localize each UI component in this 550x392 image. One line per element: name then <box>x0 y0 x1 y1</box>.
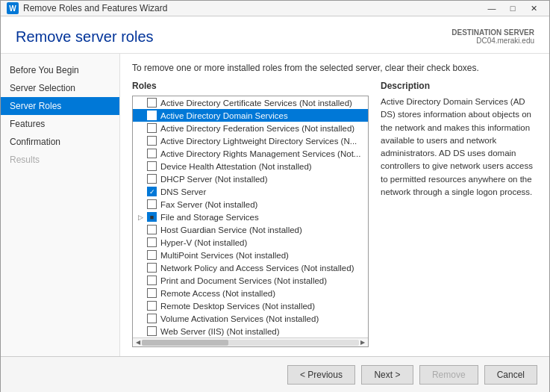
checkbox-print-doc[interactable] <box>147 276 157 285</box>
expand-icon-ad-cert <box>136 99 145 108</box>
role-item-device-health[interactable]: Device Health Attestation (Not installed… <box>133 160 368 172</box>
role-item-ad-lds[interactable]: Active Directory Lightweight Directory S… <box>133 134 368 147</box>
role-item-ad-ds[interactable]: Active Directory Domain Services <box>133 109 368 122</box>
role-item-host-guardian[interactable]: Host Guardian Service (Not installed) <box>133 223 368 236</box>
roles-list[interactable]: Active Directory Certificate Services (N… <box>133 96 368 337</box>
h-scroll-thumb <box>142 340 228 346</box>
role-item-volume-activation[interactable]: Volume Activation Services (Not installe… <box>133 312 368 325</box>
header-section: Remove server roles DESTINATION SERVER D… <box>1 16 549 54</box>
role-label-ad-lds: Active Directory Lightweight Directory S… <box>160 137 357 146</box>
role-label-host-guardian: Host Guardian Service (Not installed) <box>160 225 302 234</box>
instruction-text: To remove one or more installed roles fr… <box>132 63 537 73</box>
expand-icon-multipoint <box>136 251 145 260</box>
checkbox-volume-activation[interactable] <box>147 314 157 323</box>
window-icon: W <box>7 2 19 14</box>
sidebar-item-before-you-begin[interactable]: Before You Begin <box>1 61 119 79</box>
window-title: Remove Roles and Features Wizard <box>23 3 482 13</box>
role-item-fax[interactable]: Fax Server (Not installed) <box>133 198 368 211</box>
role-item-ad-fed[interactable]: Active Directory Federation Services (No… <box>133 122 368 134</box>
role-label-hyper-v: Hyper-V (Not installed) <box>160 238 247 247</box>
checkbox-network-policy[interactable] <box>147 263 157 273</box>
role-label-ad-cert: Active Directory Certificate Services (N… <box>160 99 352 108</box>
sidebar-item-confirmation[interactable]: Confirmation <box>1 133 119 151</box>
expand-icon-remote-desktop <box>136 302 145 311</box>
roles-list-container: Active Directory Certificate Services (N… <box>132 96 369 347</box>
maximize-button[interactable]: □ <box>503 1 522 16</box>
sidebar-item-results: Results <box>1 151 119 169</box>
expand-icon-file-storage: ▷ <box>136 213 145 222</box>
role-item-print-doc[interactable]: Print and Document Services (Not install… <box>133 274 368 287</box>
role-label-ad-ds: Active Directory Domain Services <box>160 111 288 120</box>
checkbox-file-storage[interactable]: ■ <box>147 212 157 222</box>
sidebar-item-server-roles[interactable]: Server Roles <box>1 97 119 115</box>
server-label: DESTINATION SERVER <box>451 28 534 37</box>
checkbox-device-health[interactable] <box>147 161 157 171</box>
main-body: Before You BeginServer SelectionServer R… <box>1 54 549 356</box>
checkbox-ad-lds[interactable] <box>147 136 157 146</box>
server-name: DC04.meraki.edu <box>451 37 534 45</box>
description-column-header: Description <box>381 81 537 91</box>
minimize-button[interactable]: — <box>482 1 501 16</box>
checkbox-host-guardian[interactable] <box>147 225 157 234</box>
expand-icon-volume-activation <box>136 314 145 323</box>
role-item-dhcp[interactable]: DHCP Server (Not installed) <box>133 172 368 185</box>
checkbox-ad-fed[interactable] <box>147 123 157 133</box>
checkbox-dns[interactable]: ✓ <box>147 187 157 196</box>
role-label-network-policy: Network Policy and Access Services (Not … <box>160 264 354 273</box>
role-item-file-storage[interactable]: ▷■File and Storage Services <box>133 211 368 223</box>
expand-icon-ad-fed <box>136 124 145 133</box>
role-label-remote-access: Remote Access (Not installed) <box>160 289 275 298</box>
expand-icon-hyper-v <box>136 238 145 247</box>
checkbox-web-server[interactable] <box>147 326 157 336</box>
content-area: Remove server roles DESTINATION SERVER D… <box>1 16 549 392</box>
sidebar-item-features[interactable]: Features <box>1 115 119 133</box>
role-label-fax: Fax Server (Not installed) <box>160 200 257 209</box>
role-item-web-server[interactable]: Web Server (IIS) (Not installed) <box>133 325 368 337</box>
remove-button[interactable]: Remove <box>419 365 478 385</box>
scroll-right-icon[interactable]: ▶ <box>359 339 366 346</box>
role-item-remote-access[interactable]: Remote Access (Not installed) <box>133 287 368 299</box>
expand-icon-print-doc <box>136 276 145 285</box>
checkbox-hyper-v[interactable] <box>147 237 157 247</box>
expand-icon-ad-lds <box>136 137 145 146</box>
role-item-dns[interactable]: ✓DNS Server <box>133 185 368 198</box>
role-item-hyper-v[interactable]: Hyper-V (Not installed) <box>133 236 368 249</box>
checkbox-remote-desktop[interactable] <box>147 301 157 311</box>
expand-icon-dhcp <box>136 175 145 184</box>
expand-icon-remote-access <box>136 289 145 298</box>
expand-icon-dns <box>136 187 145 196</box>
checkbox-fax[interactable] <box>147 199 157 209</box>
role-label-remote-desktop: Remote Desktop Services (Not installed) <box>160 302 315 311</box>
role-label-multipoint: MultiPoint Services (Not installed) <box>160 251 289 260</box>
role-label-volume-activation: Volume Activation Services (Not installe… <box>160 314 319 323</box>
horizontal-scrollbar[interactable]: ◀ ▶ <box>133 337 368 346</box>
footer: < Previous Next > Remove Cancel <box>1 356 549 392</box>
role-label-ad-rms: Active Directory Rights Management Servi… <box>160 149 360 158</box>
h-scroll-track <box>142 340 359 346</box>
role-label-dns: DNS Server <box>160 187 206 196</box>
role-item-multipoint[interactable]: MultiPoint Services (Not installed) <box>133 249 368 261</box>
role-item-remote-desktop[interactable]: Remote Desktop Services (Not installed) <box>133 299 368 312</box>
scroll-left-icon[interactable]: ◀ <box>134 339 142 346</box>
checkbox-ad-cert[interactable] <box>147 98 157 108</box>
sidebar-item-server-selection[interactable]: Server Selection <box>1 79 119 97</box>
server-info: DESTINATION SERVER DC04.meraki.edu <box>451 28 534 45</box>
expand-icon-network-policy <box>136 264 145 273</box>
columns-area: Roles Active Directory Certificate Servi… <box>132 81 537 347</box>
role-item-ad-cert[interactable]: Active Directory Certificate Services (N… <box>133 96 368 109</box>
next-button[interactable]: Next > <box>361 365 413 385</box>
roles-column: Roles Active Directory Certificate Servi… <box>132 81 369 347</box>
checkbox-dhcp[interactable] <box>147 174 157 184</box>
role-item-ad-rms[interactable]: Active Directory Rights Management Servi… <box>133 147 368 160</box>
sidebar: Before You BeginServer SelectionServer R… <box>1 54 120 356</box>
role-item-network-policy[interactable]: Network Policy and Access Services (Not … <box>133 261 368 274</box>
checkbox-remote-access[interactable] <box>147 288 157 298</box>
checkbox-ad-ds[interactable] <box>147 111 157 120</box>
checkbox-multipoint[interactable] <box>147 250 157 260</box>
checkbox-ad-rms[interactable] <box>147 149 157 158</box>
close-button[interactable]: ✕ <box>524 1 543 16</box>
window-controls: — □ ✕ <box>482 1 543 16</box>
title-bar: W Remove Roles and Features Wizard — □ ✕ <box>1 1 549 16</box>
previous-button[interactable]: < Previous <box>287 365 355 385</box>
cancel-button[interactable]: Cancel <box>484 365 537 385</box>
